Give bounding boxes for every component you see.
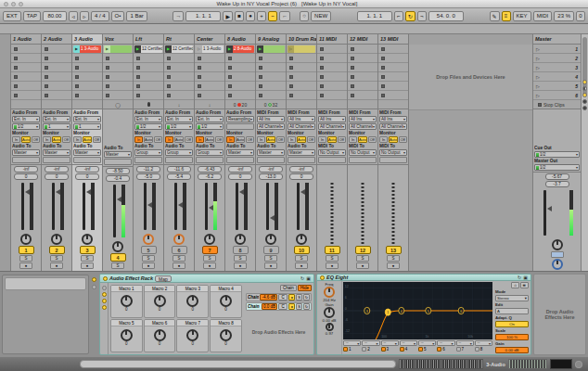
track-header[interactable]: 1 Audio: [11, 34, 41, 45]
arm-button[interactable]: ●: [356, 262, 369, 269]
chain-row-2[interactable]: Chain0.0 dBC◂S↻: [246, 302, 312, 311]
clip-stop-button[interactable]: [320, 66, 324, 70]
input-channel-select[interactable]: All Channels▾: [257, 123, 285, 130]
clip-slot[interactable]: [134, 91, 163, 100]
master-volume-box[interactable]: -3.7: [545, 181, 569, 187]
band-toggle[interactable]: 7: [456, 347, 474, 352]
solo-button[interactable]: S: [203, 255, 216, 262]
capture-new-button[interactable]: NEW: [311, 11, 331, 21]
io-toggle-icon[interactable]: [582, 80, 587, 84]
band-on-checkbox[interactable]: [456, 347, 461, 352]
band-toggle[interactable]: 4: [400, 347, 417, 352]
pan-knob[interactable]: [82, 234, 93, 245]
clip-stop-button[interactable]: [75, 66, 79, 70]
clip-slot[interactable]: [42, 82, 71, 91]
track-header[interactable]: 10 Drum Rac: [287, 34, 316, 45]
clip-slot[interactable]: ▶12 Certified: [134, 45, 163, 54]
master-header[interactable]: Master: [533, 34, 581, 45]
monitor-auto-button[interactable]: Auto: [52, 136, 60, 143]
clip-slot[interactable]: [317, 63, 347, 72]
solo-button[interactable]: S: [19, 255, 32, 262]
band-filter-select[interactable]: ⌒▾: [456, 340, 474, 346]
clip-stop-button[interactable]: [75, 84, 79, 88]
monitor-auto-button[interactable]: Auto: [236, 136, 244, 143]
rack-toggle-icon-4[interactable]: [102, 305, 107, 310]
input-type-select[interactable]: Ext. In▾: [73, 116, 101, 122]
clip-slot[interactable]: [256, 72, 286, 82]
clip-slot[interactable]: [287, 54, 316, 63]
track-activator-button[interactable]: 8: [233, 246, 249, 254]
band-on-checkbox[interactable]: [343, 347, 348, 352]
monitor-off-button[interactable]: Off: [154, 136, 162, 143]
clip-stop-button[interactable]: [228, 57, 232, 60]
input-channel-select[interactable]: 1▾: [43, 123, 70, 130]
output-type-select[interactable]: Master▾: [73, 149, 101, 156]
chain-button[interactable]: Chain: [280, 285, 297, 291]
macro-7[interactable]: Macro 70: [176, 319, 209, 352]
track-activator-button[interactable]: 7: [202, 246, 218, 254]
clip-stop-button[interactable]: [45, 94, 48, 97]
cue-out-select[interactable]: 1/2▾: [534, 151, 580, 158]
q-knob[interactable]: [326, 323, 334, 331]
macro-3[interactable]: Macro 30: [176, 285, 209, 318]
clip-stop-button[interactable]: [136, 66, 140, 70]
clip-stop-button[interactable]: [228, 84, 232, 88]
clip-slot[interactable]: [225, 63, 255, 72]
monitor-off-button[interactable]: Off: [246, 136, 254, 143]
clip-stop-button[interactable]: [14, 66, 18, 70]
clip-slot[interactable]: [348, 45, 377, 54]
clip-stop-button[interactable]: [320, 84, 324, 88]
fader-lane[interactable]: [256, 181, 286, 232]
key-map-button[interactable]: KEY: [513, 11, 531, 21]
traffic-lights[interactable]: [4, 2, 23, 6]
macro-knob[interactable]: [186, 329, 198, 341]
fader-lane[interactable]: [11, 181, 41, 232]
clip-stop-button[interactable]: [198, 66, 201, 70]
clip-stop-button[interactable]: [14, 84, 18, 88]
clip-play-icon[interactable]: ▶: [104, 45, 110, 53]
eq-band-7[interactable]: ⌒▾7: [456, 340, 474, 353]
solo-button[interactable]: S: [387, 255, 400, 262]
clip-slot[interactable]: [103, 91, 133, 100]
input-channel-select[interactable]: All Channels▾: [288, 123, 315, 130]
edit-button[interactable]: A: [495, 308, 529, 314]
macro-4[interactable]: Macro 40: [210, 285, 242, 318]
track-activator-button[interactable]: 9: [263, 246, 279, 254]
clip-stop-button[interactable]: [381, 57, 385, 60]
band-on-checkbox[interactable]: [437, 347, 441, 352]
device-activator-icon[interactable]: [320, 275, 325, 280]
fader-lane[interactable]: [72, 181, 102, 232]
clip-stop-button[interactable]: [259, 94, 262, 97]
clip-slot[interactable]: ▶1 3-Audio: [72, 45, 102, 54]
stop-all-clips-icon[interactable]: [538, 103, 542, 107]
clip-stop-button[interactable]: [351, 47, 354, 51]
volume-fader-track[interactable]: [21, 183, 24, 230]
clip-play-icon[interactable]: ▶: [73, 45, 80, 53]
monitor-in-button[interactable]: In: [134, 136, 143, 143]
clip-slot[interactable]: [164, 72, 194, 82]
clip-stop-button[interactable]: [320, 94, 324, 97]
track-header[interactable]: 12 MIDI: [348, 34, 377, 45]
clip-stop-button[interactable]: [381, 66, 385, 70]
output-type-select[interactable]: Master▾: [288, 149, 315, 156]
clip-slot[interactable]: [348, 54, 377, 63]
input-type-select[interactable]: Ext. In▾: [12, 116, 40, 122]
clip-stop-button[interactable]: [289, 84, 293, 88]
session-clip[interactable]: ▶: [104, 45, 132, 53]
clip-slot[interactable]: ▷1 3-Audio: [195, 45, 224, 54]
monitor-auto-button[interactable]: Auto: [205, 136, 213, 143]
volume-value-box[interactable]: -6.2: [198, 173, 222, 180]
chain-speaker-icon[interactable]: ◂: [288, 303, 295, 310]
monitor-in-button[interactable]: In: [379, 136, 388, 143]
follow-button[interactable]: →: [173, 11, 184, 21]
macro-knob[interactable]: [220, 295, 232, 307]
monitor-off-button[interactable]: Off: [185, 136, 193, 143]
monitor-off-button[interactable]: Off: [338, 136, 346, 143]
monitor-in-button[interactable]: In: [257, 136, 265, 143]
clip-stop-button[interactable]: [259, 66, 262, 70]
metronome-button[interactable]: O•: [111, 11, 125, 21]
arm-button[interactable]: ●: [234, 262, 247, 269]
sample-overview-waveform[interactable]: [399, 359, 483, 369]
eq-band-8[interactable]: ⌒▾8: [475, 340, 492, 353]
monitor-in-button[interactable]: In: [288, 136, 296, 143]
